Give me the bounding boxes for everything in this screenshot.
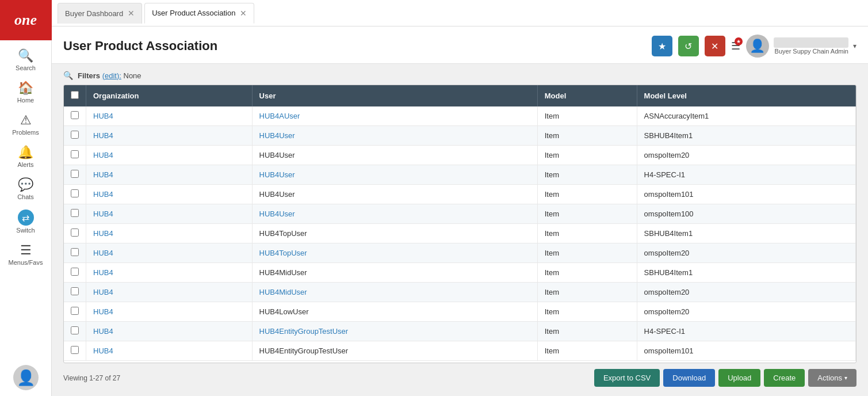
row-user: HUB4EntityGroupTestUser	[252, 322, 537, 341]
org-link[interactable]: HUB4	[93, 346, 113, 355]
row-checkbox[interactable]	[71, 248, 79, 256]
tab-close-user-product-assoc[interactable]: ✕	[240, 9, 247, 17]
actions-button[interactable]: Actions ▾	[808, 369, 856, 387]
org-link[interactable]: HUB4	[93, 268, 113, 277]
sidebar-item-label: Search	[16, 64, 36, 71]
download-button[interactable]: Download	[663, 369, 715, 387]
org-link[interactable]: HUB4	[93, 151, 113, 159]
row-checkbox[interactable]	[71, 326, 79, 334]
row-checkbox[interactable]	[71, 111, 79, 119]
row-checkbox[interactable]	[71, 307, 79, 315]
col-header-model[interactable]: Model	[537, 85, 637, 106]
sidebar-item-switch[interactable]: ⇄ Switch	[0, 204, 51, 237]
user-link[interactable]: HUB4TopUser	[259, 249, 307, 257]
org-link[interactable]: HUB4	[93, 307, 113, 316]
upload-button[interactable]: Upload	[718, 369, 760, 387]
org-link[interactable]: HUB4	[93, 210, 113, 218]
user-link[interactable]: HUB4AUser	[259, 112, 300, 120]
row-checkbox-cell	[64, 263, 86, 283]
model-text: Item	[545, 346, 559, 355]
user-link[interactable]: HUB4MidUser	[259, 288, 307, 296]
row-checkbox[interactable]	[71, 346, 79, 354]
row-org: HUB4	[86, 243, 253, 263]
row-checkbox[interactable]	[71, 287, 79, 295]
sidebar-avatar[interactable]: 👤	[13, 365, 39, 390]
sidebar-item-search[interactable]: 🔍 Search	[0, 43, 51, 75]
sidebar-item-menus[interactable]: ☰ Menus/Favs	[0, 237, 51, 269]
user-link[interactable]: HUB4EntityGroupTestUser	[259, 327, 349, 336]
model-text: Item	[545, 112, 559, 120]
row-org: HUB4	[86, 263, 253, 283]
row-checkbox-cell	[64, 283, 86, 302]
row-checkbox[interactable]	[71, 131, 79, 139]
app-logo[interactable]: one	[0, 0, 52, 40]
search-icon: 🔍	[18, 48, 33, 63]
org-link[interactable]: HUB4	[93, 229, 113, 238]
user-link[interactable]: HUB4User	[259, 170, 295, 179]
org-link[interactable]: HUB4	[93, 131, 113, 140]
table-footer: Viewing 1-27 of 27 Export to CSV Downloa…	[63, 363, 856, 389]
row-checkbox[interactable]	[71, 170, 79, 178]
user-link[interactable]: HUB4User	[259, 131, 295, 140]
close-button[interactable]: ✕	[705, 36, 725, 56]
org-link[interactable]: HUB4	[93, 170, 113, 179]
user-role: Buyer Suppy Chain Admin	[774, 48, 848, 55]
row-org: HUB4	[86, 341, 253, 361]
create-button[interactable]: Create	[764, 369, 805, 387]
org-link[interactable]: HUB4	[93, 249, 113, 257]
row-checkbox[interactable]	[71, 189, 79, 197]
user-section: 👤 Buyer Suppy Chain Admin ▾	[746, 35, 856, 58]
col-header-user[interactable]: User	[252, 85, 537, 106]
row-checkbox-cell	[64, 165, 86, 185]
org-link[interactable]: HUB4	[93, 112, 113, 120]
row-checkbox-cell	[64, 126, 86, 146]
row-checkbox[interactable]	[71, 229, 79, 237]
sidebar-item-chats[interactable]: 💬 Chats	[0, 172, 51, 204]
row-checkbox[interactable]	[71, 209, 79, 217]
user-text: HUB4User	[259, 190, 295, 199]
user-dropdown-arrow[interactable]: ▾	[853, 42, 856, 50]
row-model-level: H4-SPEC-I1	[637, 322, 855, 341]
notifications-menu-button[interactable]: ☰ ★	[731, 40, 740, 52]
row-user: HUB4User	[252, 126, 537, 146]
row-org: HUB4	[86, 146, 253, 165]
sidebar-item-problems[interactable]: ⚠ Problems	[0, 107, 51, 139]
row-checkbox-cell	[64, 224, 86, 243]
table-container: 🔍 Filters (edit): None	[52, 64, 868, 396]
user-info: Buyer Suppy Chain Admin	[774, 37, 848, 55]
row-checkbox[interactable]	[71, 268, 79, 276]
row-checkbox-cell	[64, 185, 86, 204]
row-model: Item	[537, 302, 637, 322]
row-org: HUB4	[86, 283, 253, 302]
sidebar-item-home[interactable]: 🏠 Home	[0, 75, 51, 107]
tab-buyer-dashboard[interactable]: Buyer Dashboard ✕	[58, 3, 142, 24]
warning-icon: ⚠	[20, 113, 32, 128]
row-checkbox-cell	[64, 322, 86, 341]
sidebar-item-alerts[interactable]: 🔔 Alerts	[0, 139, 51, 172]
row-model-level: SBHUB4Item1	[637, 263, 855, 283]
user-link[interactable]: HUB4User	[259, 210, 295, 218]
export-csv-button[interactable]: Export to CSV	[594, 369, 660, 387]
org-link[interactable]: HUB4	[93, 190, 113, 199]
org-link[interactable]: HUB4	[93, 288, 113, 296]
col-header-organization[interactable]: Organization	[86, 85, 253, 106]
row-user: HUB4TopUser	[252, 243, 537, 263]
org-link[interactable]: HUB4	[93, 327, 113, 336]
tab-user-product-assoc[interactable]: User Product Association ✕	[144, 3, 254, 24]
refresh-button[interactable]: ↺	[678, 36, 699, 56]
model-text: Item	[545, 288, 559, 296]
col-header-model-level[interactable]: Model Level	[637, 85, 855, 106]
row-checkbox[interactable]	[71, 150, 79, 158]
favorite-button[interactable]: ★	[652, 36, 672, 56]
row-user: HUB4EntityGroupTestUser	[252, 341, 537, 361]
row-model-level: ASNAccuracyItem1	[637, 106, 855, 126]
avatar: 👤	[746, 35, 769, 58]
filters-bar: 🔍 Filters (edit): None	[63, 71, 856, 80]
user-name-box	[774, 37, 848, 48]
model-text: Item	[545, 151, 559, 159]
filter-edit-link[interactable]: (edit):	[102, 71, 121, 80]
tab-close-buyer-dashboard[interactable]: ✕	[128, 9, 135, 17]
row-model-level: SBHUB4Item1	[637, 224, 855, 243]
select-all-checkbox[interactable]	[71, 91, 79, 99]
row-model-level: omspoItem20	[637, 243, 855, 263]
